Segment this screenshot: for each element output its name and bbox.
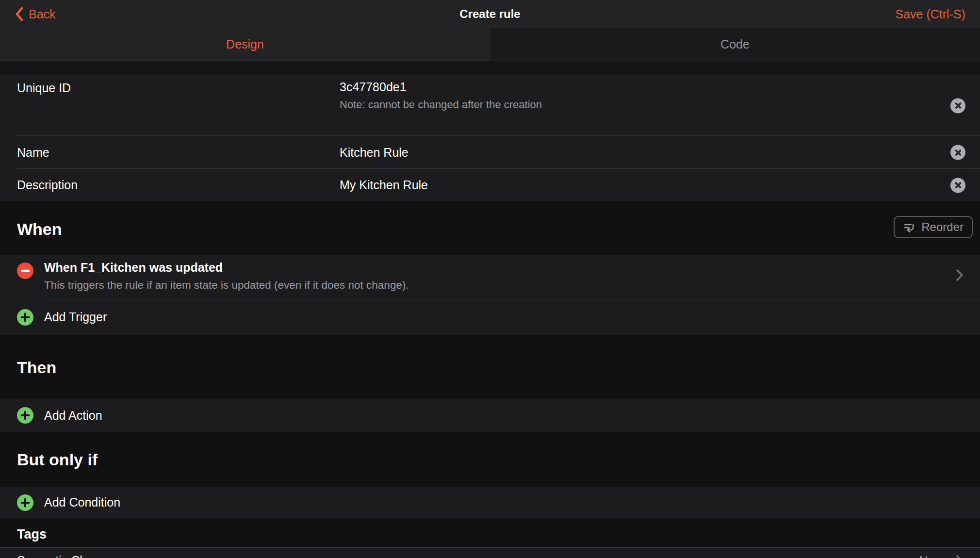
unique-id-field-col: 3c47780de1 Note: cannot be changed after… bbox=[340, 80, 965, 111]
create-rule-screen: Back Create rule Save (Ctrl-S) Design Co… bbox=[0, 0, 980, 558]
page-title: Create rule bbox=[459, 7, 520, 21]
reorder-label: Reorder bbox=[921, 220, 964, 234]
description-row: Description My Kitchen Rule bbox=[0, 169, 980, 201]
name-input[interactable]: Kitchen Rule bbox=[340, 146, 931, 160]
unique-id-row: Unique ID 3c47780de1 Note: cannot be cha… bbox=[0, 75, 980, 136]
back-label: Back bbox=[29, 7, 56, 21]
trigger-title: When F1_Kitchen was updated bbox=[44, 261, 931, 275]
save-button[interactable]: Save (Ctrl-S) bbox=[896, 7, 965, 21]
remove-trigger-icon[interactable] bbox=[17, 263, 33, 279]
tab-code[interactable]: Code bbox=[490, 28, 980, 61]
add-trigger-label: Add Trigger bbox=[44, 310, 107, 324]
clear-name-button[interactable] bbox=[950, 145, 965, 160]
semantic-class-value: None bbox=[919, 554, 948, 558]
description-input[interactable]: My Kitchen Rule bbox=[340, 178, 931, 192]
but-only-if-title: But only if bbox=[17, 432, 980, 469]
back-button[interactable]: Back bbox=[15, 6, 56, 22]
trigger-subtitle: This triggers the rule if an item state … bbox=[44, 279, 931, 292]
add-trigger-button[interactable]: Add Trigger bbox=[0, 299, 980, 335]
tags-list: Semantic Class None bbox=[0, 547, 980, 558]
add-condition-button[interactable]: Add Condition bbox=[0, 487, 980, 518]
triggers-list: When F1_Kitchen was updated This trigger… bbox=[0, 255, 980, 335]
chevron-right-icon bbox=[956, 554, 964, 558]
name-label: Name bbox=[17, 146, 340, 160]
actions-list: Add Action bbox=[0, 399, 980, 432]
when-title: When bbox=[17, 201, 980, 239]
semantic-class-after: None bbox=[919, 554, 964, 558]
tags-title: Tags bbox=[17, 518, 980, 542]
back-chevron-icon bbox=[15, 6, 24, 22]
design-code-tabbar: Design Code bbox=[0, 28, 980, 61]
navbar: Back Create rule Save (Ctrl-S) bbox=[0, 0, 980, 28]
description-field-col: My Kitchen Rule bbox=[340, 178, 965, 192]
unique-id-note: Note: cannot be changed after the creati… bbox=[340, 98, 931, 111]
add-action-label: Add Action bbox=[44, 409, 102, 423]
tab-design[interactable]: Design bbox=[0, 28, 490, 61]
name-field-col: Kitchen Rule bbox=[340, 146, 965, 160]
then-title: Then bbox=[17, 335, 980, 377]
plus-circle-icon bbox=[17, 309, 33, 326]
trigger-item-row[interactable]: When F1_Kitchen was updated This trigger… bbox=[0, 255, 980, 299]
reorder-button[interactable]: Reorder bbox=[894, 216, 973, 238]
semantic-class-label: Semantic Class bbox=[17, 554, 101, 558]
unique-id-label: Unique ID bbox=[17, 80, 340, 95]
name-row: Name Kitchen Rule bbox=[0, 136, 980, 169]
but-only-if-section-header: But only if bbox=[0, 432, 980, 487]
rule-info-list: Unique ID 3c47780de1 Note: cannot be cha… bbox=[0, 75, 980, 201]
trigger-text: When F1_Kitchen was updated This trigger… bbox=[44, 261, 965, 292]
description-label: Description bbox=[17, 178, 340, 192]
then-section-header: Then bbox=[0, 335, 980, 399]
chevron-right-icon bbox=[956, 268, 964, 282]
semantic-class-row[interactable]: Semantic Class None bbox=[0, 548, 980, 558]
list-top-spacer bbox=[0, 61, 980, 75]
tags-section-header: Tags bbox=[0, 518, 980, 547]
clear-unique-id-button[interactable] bbox=[950, 98, 965, 113]
unique-id-input[interactable]: 3c47780de1 bbox=[340, 80, 931, 94]
conditions-list: Add Condition bbox=[0, 487, 980, 518]
plus-circle-icon bbox=[17, 407, 33, 424]
plus-circle-icon bbox=[17, 494, 33, 511]
add-action-button[interactable]: Add Action bbox=[0, 399, 980, 432]
when-section-header: When Reorder bbox=[0, 201, 980, 255]
clear-description-button[interactable] bbox=[950, 178, 965, 193]
add-condition-label: Add Condition bbox=[44, 495, 120, 509]
reorder-icon bbox=[903, 221, 916, 234]
